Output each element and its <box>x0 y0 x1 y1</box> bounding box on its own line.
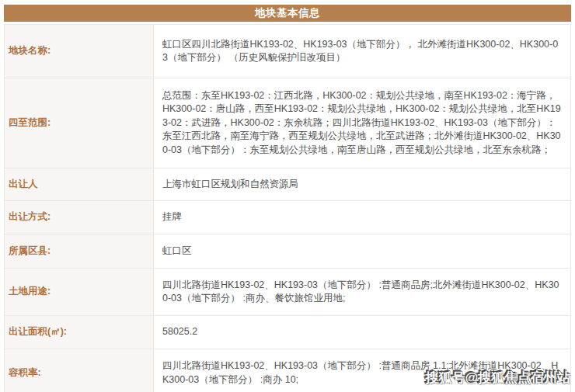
row-value-district: 虹口区 <box>154 234 571 269</box>
row-label-grantor: 出让人 <box>5 168 154 201</box>
table-row: 土地用途: 四川北路街道HK193-02、HK193-03（地下部分） :普通商… <box>5 269 571 316</box>
row-value-transfer-area: 58025.2 <box>154 316 571 349</box>
row-label-district: 所属区县: <box>5 234 154 269</box>
table-row: 出让人 上海市虹口区规划和自然资源局 <box>5 168 571 201</box>
row-value-boundaries: 总范围：东至HK193-02：江西北路，HK300-02：规划公共绿地，南至HK… <box>154 78 571 168</box>
table-row: 四至范围: 总范围：东至HK193-02：江西北路，HK300-02：规划公共绿… <box>5 78 571 168</box>
row-label-transfer-method: 出让方式: <box>5 201 154 234</box>
row-label-land-use: 土地用途: <box>5 269 154 316</box>
table-row: 出让方式: 挂牌 <box>5 201 571 234</box>
row-value-transfer-method: 挂牌 <box>154 201 571 234</box>
row-value-parcel-name: 虹口区四川北路街道HK193-02、HK193-03（地下部分）， 北外滩街道H… <box>154 25 571 78</box>
row-label-boundaries: 四至范围: <box>5 78 154 168</box>
panel-title: 地块基本信息 <box>4 5 571 22</box>
table-row: 所属区县: 虹口区 <box>5 234 571 269</box>
land-info-table: 地块名称: 虹口区四川北路街道HK193-02、HK193-03（地下部分）， … <box>4 24 571 392</box>
row-label-transfer-area: 出让面积(㎡): <box>5 316 154 349</box>
land-info-panel: 地块基本信息 地块名称: 虹口区四川北路街道HK193-02、HK193-03（… <box>4 5 571 392</box>
sohu-watermark: 搜狐号@搜狐焦点宿州站 <box>425 369 570 387</box>
table-row: 出让面积(㎡): 58025.2 <box>5 316 571 349</box>
row-label-plot-ratio: 容积率: <box>5 349 154 392</box>
row-value-land-use: 四川北路街道HK193-02、HK193-03（地下部分） :普通商品房;北外滩… <box>154 269 571 316</box>
row-value-grantor: 上海市虹口区规划和自然资源局 <box>154 168 571 201</box>
table-row: 地块名称: 虹口区四川北路街道HK193-02、HK193-03（地下部分）， … <box>5 25 571 78</box>
row-label-parcel-name: 地块名称: <box>5 25 154 78</box>
